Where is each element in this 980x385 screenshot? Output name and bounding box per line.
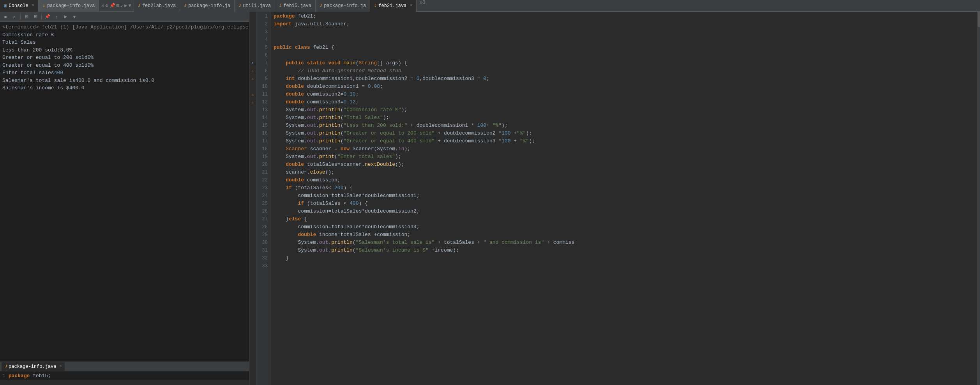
output-line-7: Salesman's total sale is400.0 and commis…: [2, 77, 247, 85]
code-line-5: public class feb21 {: [274, 44, 974, 51]
gutter-16: 16: [256, 130, 270, 137]
tab-label-pkg2: package-info.ja: [324, 3, 366, 9]
code-line-28: commission=totalSales*doublecommission3;: [274, 223, 974, 231]
code-line-1: package feb21;: [274, 12, 974, 20]
java-icon-pkg1: J: [184, 4, 186, 8]
bottom-tab-close[interactable]: ×: [59, 364, 62, 369]
gutter-14: 14: [256, 114, 270, 122]
code-line-4: [274, 36, 974, 44]
gutter-15: 15: [256, 122, 270, 130]
tab-console[interactable]: ▣ Console ×: [0, 0, 39, 12]
link-button[interactable]: ↕: [53, 13, 60, 21]
feb21-tab-close[interactable]: ×: [410, 4, 412, 8]
code-line-15: System.out.println("Less than 200 sold:"…: [274, 122, 974, 130]
tab-label-1: package-info.java: [47, 3, 95, 9]
expand-button[interactable]: ⊞: [32, 13, 39, 21]
java-icon-bottom: J: [5, 364, 7, 369]
tab-util1[interactable]: J util1.java: [235, 0, 275, 12]
icon-slot-4: [249, 36, 256, 44]
gutter-1: 1: [256, 12, 270, 20]
gutter-32: 32: [256, 254, 270, 262]
tab-feb21[interactable]: J feb21.java ×: [370, 0, 417, 12]
output-line-2: Total Sales: [2, 39, 247, 46]
icon-slot-3: [249, 28, 256, 36]
java-icon-feb2lab: J: [138, 4, 140, 8]
left-icons: ➤ ⚠ ⚠ ⚠ ⚠: [249, 12, 256, 385]
bottom-code: package feb15;: [9, 373, 51, 379]
code-line-29: double income=totalSales +commission;: [274, 231, 974, 239]
view-menu-button[interactable]: ▼: [71, 13, 78, 21]
gutter-5: 5: [256, 44, 270, 51]
console-tab-close[interactable]: ×: [32, 4, 34, 8]
gutter-31: 31: [256, 247, 270, 254]
gutter-30: 30: [256, 239, 270, 247]
tab-label-util1: util1.java: [243, 3, 271, 9]
close-console-button[interactable]: ×: [11, 13, 18, 21]
toolbar-btn-pin[interactable]: 📌: [109, 3, 115, 9]
pin-button[interactable]: 📌: [44, 13, 51, 21]
tab-label-feb21: feb21.java: [378, 3, 406, 9]
editor-tab-bar[interactable]: ▣ Console × ☕ package-info.java ✕ ⚙ 📌 ⊟ …: [0, 0, 980, 12]
collapse-button[interactable]: ⊟: [23, 13, 30, 21]
tab-label-feb2lab: feb2lab.java: [142, 3, 176, 9]
gutter-19: 19: [256, 153, 270, 161]
tab-label-pkg1: package-info.ja: [188, 3, 230, 9]
bottom-tab-package-info[interactable]: J package-info.java ×: [2, 362, 65, 371]
line-number-gutter: 1 2 3 4 5 6 7 8 9 10 11 12 13 14 15 16 1…: [256, 12, 270, 385]
code-line-32: }: [274, 254, 974, 262]
tab-package-info-2[interactable]: J package-info.ja: [316, 0, 370, 12]
java-icon-util1: J: [238, 4, 241, 8]
code-line-25: if (totalSales < 400) {: [274, 200, 974, 208]
code-line-31: System.out.println("Salesman's income is…: [274, 247, 974, 254]
console-toolbar: ■ × ⊟ ⊞ 📌 ↕ ▶ ▼: [0, 12, 249, 22]
bottom-content: 1 package feb15;: [0, 371, 249, 380]
code-editor[interactable]: package feb21; import java.util.Scanner;…: [270, 12, 977, 385]
editor-area: ➤ ⚠ ⚠ ⚠ ⚠ 1 2 3 4 5 6 7 8 9 10 11 12: [249, 12, 980, 385]
gutter-13: 13: [256, 106, 270, 114]
tabs-overflow[interactable]: »3: [417, 0, 428, 12]
scrollbar-thumb: [978, 12, 980, 27]
console-tab-label: Console: [9, 3, 28, 9]
code-line-22: double commission;: [274, 176, 974, 184]
gutter-11: 11: [256, 90, 270, 98]
code-line-12: double commission3=0.12;: [274, 98, 974, 106]
gutter-24: 24: [256, 192, 270, 200]
gutter-23: 23: [256, 184, 270, 192]
code-line-6: [274, 51, 974, 59]
tab-feb15[interactable]: J feb15.java: [275, 0, 316, 12]
console-output[interactable]: <terminated> feb21 (1) [Java Application…: [0, 22, 249, 362]
toolbar-btn-down[interactable]: ▼: [129, 3, 131, 9]
editor-tabs-right: J feb2lab.java J package-info.ja J util1…: [134, 0, 980, 12]
toolbar-btn-tools[interactable]: ⚙: [106, 3, 108, 9]
icon-slot-8: ⚠: [249, 67, 256, 75]
tab-package-info-top[interactable]: ☕ package-info.java: [39, 0, 99, 12]
bottom-panel: J package-info.java × 1 package feb15;: [0, 362, 249, 385]
tab-feb2lab[interactable]: J feb2lab.java: [134, 0, 180, 12]
mini-scrollbar[interactable]: [977, 12, 980, 385]
toolbar-btn-x[interactable]: ✕: [101, 3, 104, 9]
toolbar-btn-arrow[interactable]: ↙: [120, 3, 123, 9]
icon-slot-2: [249, 20, 256, 28]
tab-package-info-1[interactable]: J package-info.ja: [180, 0, 235, 12]
code-line-9: int doublecommisssion1,doublecommission2…: [274, 75, 974, 83]
output-line-3: Less than 200 sold:8.0%: [2, 46, 247, 54]
output-line-4: Greater or equal to 200 sold0%: [2, 54, 247, 62]
gutter-26: 26: [256, 208, 270, 215]
code-line-18: Scanner scanner = new Scanner(System.in)…: [274, 145, 974, 153]
toolbar-btn-copy[interactable]: ⊟: [117, 3, 119, 9]
code-line-21: scanner.close();: [274, 169, 974, 176]
gutter-17: 17: [256, 137, 270, 145]
stop-button[interactable]: ■: [2, 13, 9, 21]
code-line-8: // TODO Auto-generated method stub: [274, 67, 974, 75]
right-panel: ➤ ⚠ ⚠ ⚠ ⚠ 1 2 3 4 5 6 7 8 9 10 11 12: [249, 12, 980, 385]
output-line-8: Salesman's income is $400.0: [2, 84, 247, 92]
toolbar-btn-right[interactable]: ▶: [124, 3, 127, 9]
gutter-6: 6: [256, 51, 270, 59]
gutter-25: 25: [256, 200, 270, 208]
code-line-20: double totalSales=scanner.nextDouble();: [274, 161, 974, 169]
gutter-22: 22: [256, 176, 270, 184]
icon-slot-12: ⚠: [249, 98, 256, 106]
open-button[interactable]: ▶: [62, 13, 69, 21]
code-line-23: if (totalSales< 200) {: [274, 184, 974, 192]
icon-slot-7: ➤: [249, 59, 256, 67]
